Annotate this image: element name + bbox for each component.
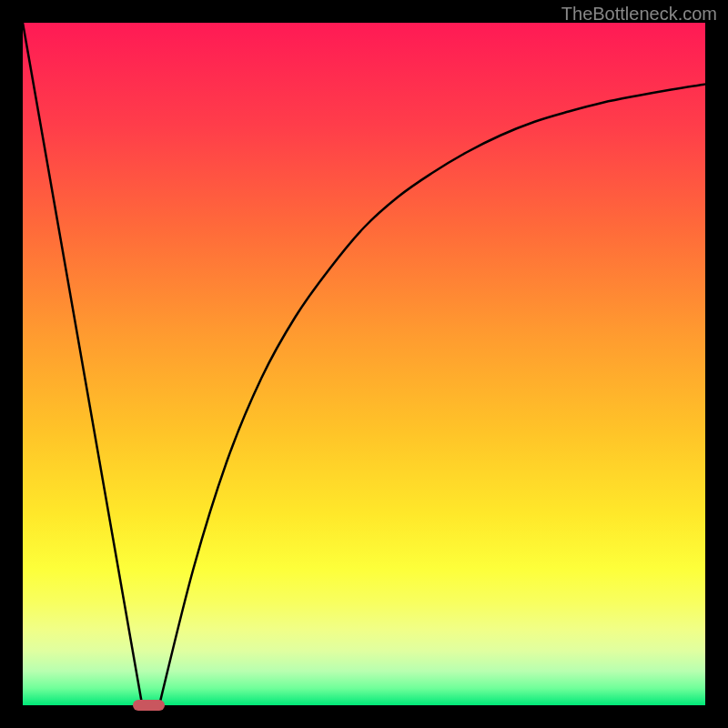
svg-rect-0 — [23, 23, 705, 705]
bottleneck-marker — [133, 700, 165, 711]
watermark-text: TheBottleneck.com — [561, 4, 717, 25]
chart-container — [23, 23, 705, 705]
gradient-background — [23, 23, 705, 705]
